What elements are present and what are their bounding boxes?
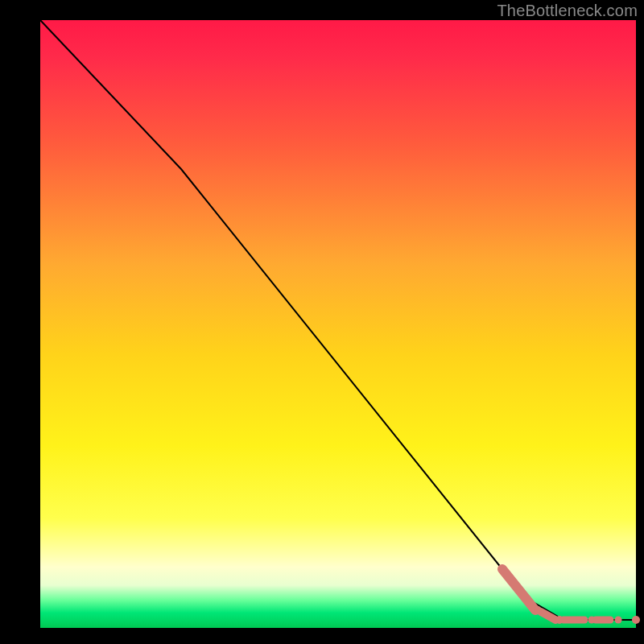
marker-dot	[632, 616, 640, 624]
marker-dot	[588, 617, 596, 624]
chart-stage: TheBottleneck.com	[0, 0, 644, 644]
marker-dot	[534, 606, 542, 614]
marker-dot	[555, 616, 564, 624]
attribution-label: TheBottleneck.com	[497, 2, 638, 20]
bottleneck-chart	[0, 0, 644, 644]
marker-dot	[615, 617, 622, 624]
plot-background	[40, 20, 636, 628]
